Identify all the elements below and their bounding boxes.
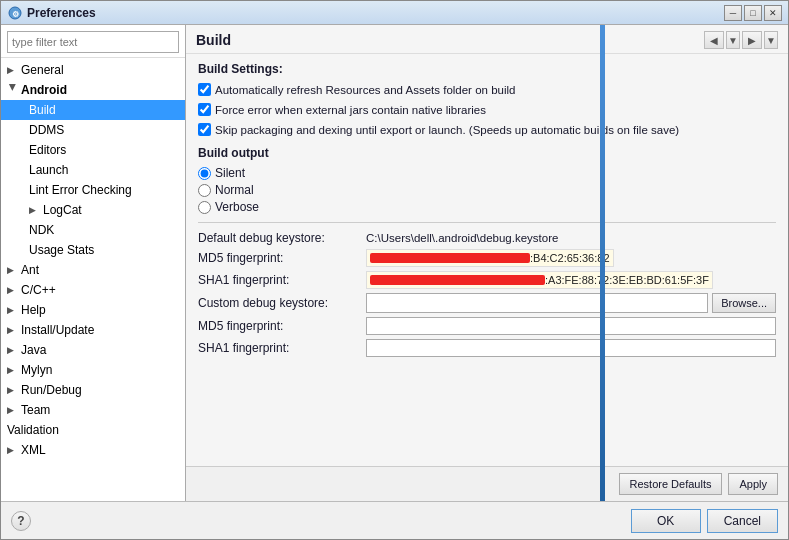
window-icon: ⚙: [7, 5, 23, 21]
tree-item-installupdate[interactable]: ▶ Install/Update: [1, 320, 185, 340]
right-header: Build ◀ ▼ ▶ ▼: [186, 25, 788, 54]
silent-radio[interactable]: [198, 167, 211, 180]
custom-keystore-label: Custom debug keystore:: [198, 296, 358, 310]
tree-item-general[interactable]: ▶ General: [1, 60, 185, 80]
restore-button[interactable]: □: [744, 5, 762, 21]
window-title: Preferences: [27, 6, 724, 20]
checkbox-auto-refresh: Automatically refresh Resources and Asse…: [198, 82, 776, 98]
tree-item-validation[interactable]: Validation: [1, 420, 185, 440]
left-panel: ▶ General ▶ Android Build DDMS Editors: [1, 25, 186, 501]
tree-arrow-ant: ▶: [7, 265, 19, 275]
normal-radio[interactable]: [198, 184, 211, 197]
bottom-left: ?: [11, 511, 31, 531]
preferences-window: ⚙ Preferences ─ □ ✕ ▶ General: [0, 0, 789, 540]
md5-visible: :B4:C2:65:36:82: [530, 252, 610, 264]
bottom-right: OK Cancel: [631, 509, 778, 533]
tree-label-team: Team: [21, 403, 50, 417]
tree-item-team[interactable]: ▶ Team: [1, 400, 185, 420]
md5-label: MD5 fingerprint:: [198, 251, 358, 265]
tree-item-cpp[interactable]: ▶ C/C++: [1, 280, 185, 300]
tree-item-help[interactable]: ▶ Help: [1, 300, 185, 320]
tree-label-build: Build: [29, 103, 56, 117]
tree-arrow-general: ▶: [7, 65, 19, 75]
checkbox-skip-packaging: Skip packaging and dexing until export o…: [198, 122, 776, 138]
tree-item-ndk[interactable]: NDK: [1, 220, 185, 240]
skip-packaging-label: Skip packaging and dexing until export o…: [215, 122, 679, 138]
radio-silent: Silent: [198, 166, 776, 180]
custom-sha1-label: SHA1 fingerprint:: [198, 341, 358, 355]
tree-item-mylyn[interactable]: ▶ Mylyn: [1, 360, 185, 380]
tree-arrow-mylyn: ▶: [7, 365, 19, 375]
md5-redacted: [370, 253, 530, 263]
default-keystore-label: Default debug keystore:: [198, 231, 358, 245]
forward-dropdown[interactable]: ▼: [764, 31, 778, 49]
tree-arrow-android: ▶: [8, 84, 18, 96]
forward-button[interactable]: ▶: [742, 31, 762, 49]
force-error-checkbox[interactable]: [198, 103, 211, 116]
blue-accent: [600, 25, 605, 501]
normal-label: Normal: [215, 183, 254, 197]
tree-item-lint[interactable]: Lint Error Checking: [1, 180, 185, 200]
tree-item-ddms[interactable]: DDMS: [1, 120, 185, 140]
tree-label-logcat: LogCat: [43, 203, 82, 217]
force-error-label: Force error when external jars contain n…: [215, 102, 486, 118]
close-button[interactable]: ✕: [764, 5, 782, 21]
right-title: Build: [196, 32, 231, 48]
field-grid: Default debug keystore: C:\Users\dell\.a…: [198, 231, 776, 357]
tree-item-editors[interactable]: Editors: [1, 140, 185, 160]
silent-label: Silent: [215, 166, 245, 180]
tree-item-android[interactable]: ▶ Android: [1, 80, 185, 100]
tree-item-java[interactable]: ▶ Java: [1, 340, 185, 360]
tree-item-build[interactable]: Build: [1, 100, 185, 120]
tree-label-cpp: C/C++: [21, 283, 56, 297]
tree-arrow-xml: ▶: [7, 445, 19, 455]
tree-label-android: Android: [21, 83, 67, 97]
title-bar: ⚙ Preferences ─ □ ✕: [1, 1, 788, 25]
minimize-button[interactable]: ─: [724, 5, 742, 21]
auto-refresh-label: Automatically refresh Resources and Asse…: [215, 82, 515, 98]
tree-label-xml: XML: [21, 443, 46, 457]
checkbox-force-error: Force error when external jars contain n…: [198, 102, 776, 118]
tree-label-ndk: NDK: [29, 223, 54, 237]
tree-arrow-installupdate: ▶: [7, 325, 19, 335]
tree-item-rundebug[interactable]: ▶ Run/Debug: [1, 380, 185, 400]
back-dropdown[interactable]: ▼: [726, 31, 740, 49]
skip-packaging-checkbox[interactable]: [198, 123, 211, 136]
ok-button[interactable]: OK: [631, 509, 701, 533]
custom-sha1-input[interactable]: [366, 339, 776, 357]
tree-item-launch[interactable]: Launch: [1, 160, 185, 180]
tree-arrow-team: ▶: [7, 405, 19, 415]
cancel-button[interactable]: Cancel: [707, 509, 778, 533]
filter-input[interactable]: [7, 31, 179, 53]
tree-arrow-logcat: ▶: [29, 205, 41, 215]
window-controls: ─ □ ✕: [724, 5, 782, 21]
tree-label-general: General: [21, 63, 64, 77]
custom-keystore-input[interactable]: [366, 293, 708, 313]
auto-refresh-checkbox[interactable]: [198, 83, 211, 96]
filter-box: [1, 25, 185, 58]
custom-md5-input[interactable]: [366, 317, 776, 335]
tree-item-ant[interactable]: ▶ Ant: [1, 260, 185, 280]
restore-defaults-button[interactable]: Restore Defaults: [619, 473, 723, 495]
custom-md5-label: MD5 fingerprint:: [198, 319, 358, 333]
tree-item-xml[interactable]: ▶ XML: [1, 440, 185, 460]
back-button[interactable]: ◀: [704, 31, 724, 49]
svg-text:⚙: ⚙: [12, 9, 19, 18]
apply-button[interactable]: Apply: [728, 473, 778, 495]
tree-label-ant: Ant: [21, 263, 39, 277]
help-button[interactable]: ?: [11, 511, 31, 531]
main-content: ▶ General ▶ Android Build DDMS Editors: [1, 25, 788, 501]
verbose-radio[interactable]: [198, 201, 211, 214]
sha1-fingerprint-value: :A3:FE:88:72:3E:EB:BD:61:5F:3F: [366, 271, 713, 289]
right-body: Build Settings: Automatically refresh Re…: [186, 54, 788, 466]
tree-arrow-rundebug: ▶: [7, 385, 19, 395]
tree-label-validation: Validation: [7, 423, 59, 437]
tree-item-logcat[interactable]: ▶ LogCat: [1, 200, 185, 220]
right-panel: Build ◀ ▼ ▶ ▼ Build Settings: Automatica…: [186, 25, 788, 501]
sha1-fingerprint-row: :A3:FE:88:72:3E:EB:BD:61:5F:3F ➜: [366, 271, 776, 289]
browse-button[interactable]: Browse...: [712, 293, 776, 313]
tree-label-editors: Editors: [29, 143, 66, 157]
tree-item-usagestats[interactable]: Usage Stats: [1, 240, 185, 260]
custom-keystore-field: Browse...: [366, 293, 776, 313]
tree-arrow-cpp: ▶: [7, 285, 19, 295]
